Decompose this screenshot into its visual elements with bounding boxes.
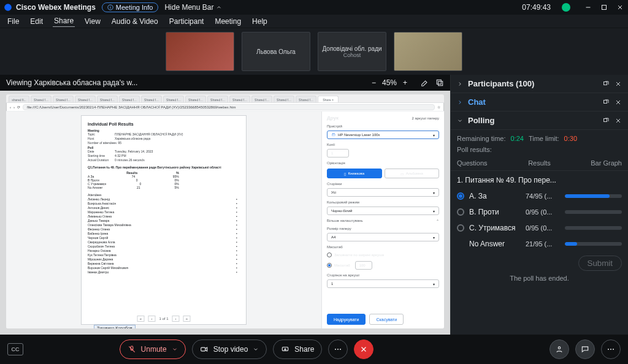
browser-tab-active[interactable]: Share × xyxy=(318,96,339,103)
annotate-icon[interactable] xyxy=(421,78,429,87)
tab-questions[interactable]: Questions xyxy=(451,156,510,170)
poll-option[interactable]: A. За74/95 (... xyxy=(457,188,622,204)
menu-edit[interactable]: Edit xyxy=(29,16,44,27)
limit-value: 0:30 xyxy=(564,135,577,142)
video-tile[interactable]: Львова Ольга xyxy=(242,32,310,71)
close-icon[interactable] xyxy=(615,99,622,106)
stop-video-button[interactable]: Stop video xyxy=(192,339,267,359)
scale-custom-option[interactable]: Масштаб 100 xyxy=(327,261,439,270)
chat-button[interactable] xyxy=(575,339,595,359)
print-paper-select[interactable]: A4▾ xyxy=(327,233,439,241)
submit-button[interactable]: Submit xyxy=(578,256,622,271)
maximize-button[interactable] xyxy=(600,3,608,12)
menu-file[interactable]: File xyxy=(6,16,20,27)
print-device-select[interactable]: HP Neverstop Laser 100x ▾ xyxy=(327,131,439,139)
participants-button[interactable] xyxy=(550,339,569,359)
menu-meeting[interactable]: Meeting xyxy=(213,16,242,27)
print-device-label: Пристрій xyxy=(327,124,439,128)
video-tile[interactable]: Доповідачі обл. ради Cohost xyxy=(318,32,386,71)
scale-value-input[interactable]: 100 xyxy=(355,261,372,270)
scale-fit-option[interactable]: Заповнити по ширині аркуша xyxy=(327,252,439,257)
tab-results[interactable]: Results xyxy=(510,156,569,170)
captions-button[interactable]: CC xyxy=(7,343,23,355)
participants-panel-header[interactable]: Participants (100) xyxy=(451,75,628,93)
print-copies-input[interactable]: 1 xyxy=(327,149,349,157)
meeting-info-button[interactable]: Meeting Info xyxy=(102,2,159,12)
chevron-down-icon: ▾ xyxy=(433,133,435,137)
poll-option-count: 21/95 (... xyxy=(526,240,560,248)
video-tile[interactable] xyxy=(394,32,462,71)
star-icon[interactable]: ☆ xyxy=(437,105,440,109)
polling-panel-header[interactable]: Polling xyxy=(451,112,628,130)
nav-reload-icon[interactable]: ⟳ xyxy=(17,105,20,109)
print-confirm-button[interactable]: Надрукувати xyxy=(327,314,366,325)
menu-audio-video[interactable]: Audio & Video xyxy=(110,16,159,27)
browser-tab[interactable]: Shared f… xyxy=(229,96,250,103)
nav-back-icon[interactable]: ‹ xyxy=(10,105,11,109)
close-icon[interactable] xyxy=(615,117,622,124)
poll-option-bar xyxy=(565,242,622,246)
print-more-label[interactable]: Більше налаштувань xyxy=(327,219,363,223)
share-button[interactable]: Share xyxy=(273,339,322,359)
nav-forward-icon[interactable]: › xyxy=(13,105,15,109)
browser-tab[interactable]: Shared f… xyxy=(251,96,272,103)
browser-tab[interactable]: Shared f… xyxy=(296,96,316,103)
svg-point-17 xyxy=(340,349,341,350)
browser-tab[interactable]: Shared f… xyxy=(75,96,96,103)
print-color-select[interactable]: Чорно-білий▾ xyxy=(327,207,439,215)
chat-panel-header[interactable]: Chat xyxy=(451,93,628,112)
tab-bar-graph[interactable]: Bar Graph xyxy=(569,156,628,170)
zoom-out-button[interactable]: − xyxy=(372,78,376,87)
browser-tab[interactable]: Shared f… xyxy=(163,96,184,103)
popout-icon[interactable] xyxy=(602,80,610,88)
poll-option[interactable]: No Answer21/95 (... xyxy=(457,236,622,252)
menu-share[interactable]: Share xyxy=(53,15,75,27)
close-icon[interactable] xyxy=(615,80,622,88)
url-bar[interactable]: file:///C:/Users/User/Documents/20230214… xyxy=(23,104,435,110)
poll-option[interactable]: B. Проти0/95 (0... xyxy=(457,204,622,220)
browser-tab[interactable]: Shared f… xyxy=(31,96,52,103)
hide-menubar-button[interactable]: Hide Menu Bar xyxy=(164,3,222,12)
browser-tab[interactable]: Shared f… xyxy=(53,96,74,103)
video-tile[interactable] xyxy=(166,32,234,71)
pager-first[interactable]: « xyxy=(137,316,144,322)
panel-options-button[interactable] xyxy=(601,339,621,359)
orientation-landscape[interactable]: ▭ Альбомна xyxy=(385,169,440,178)
svg-rect-2 xyxy=(110,7,110,9)
orientation-portrait[interactable]: ▯ Книжкова xyxy=(327,169,382,178)
browser-tab[interactable]: Shared f… xyxy=(141,96,162,103)
menu-participant[interactable]: Participant xyxy=(168,16,205,27)
poll-option[interactable]: C. Утримався0/95 (0... xyxy=(457,220,622,236)
print-pps-select[interactable]: 1▾ xyxy=(327,279,439,288)
pager-prev[interactable]: ‹ xyxy=(148,316,155,322)
unmute-button[interactable]: Unmute xyxy=(120,339,186,359)
popout-icon[interactable] xyxy=(602,117,610,124)
close-window-button[interactable] xyxy=(616,3,624,12)
menu-help[interactable]: Help xyxy=(251,16,269,27)
menu-view[interactable]: View xyxy=(83,16,102,27)
pager-last[interactable]: » xyxy=(183,316,191,322)
pager-next[interactable]: › xyxy=(172,316,180,322)
popout-icon[interactable] xyxy=(602,99,610,106)
webex-logo-icon xyxy=(4,3,12,12)
hide-menubar-label: Hide Menu Bar xyxy=(164,3,213,12)
connection-indicator[interactable] xyxy=(562,3,570,12)
more-options-button[interactable] xyxy=(328,339,348,359)
viewer-title: Viewing Харківська обласна рада's w... xyxy=(6,78,137,87)
browser-tab[interactable]: Shared f… xyxy=(119,96,140,103)
leave-meeting-button[interactable] xyxy=(354,339,373,359)
browser-tab[interactable]: shared fi... xyxy=(9,96,29,103)
minimize-button[interactable] xyxy=(584,3,592,12)
print-pages-select[interactable]: Усі▾ xyxy=(327,188,439,197)
zoom-in-button[interactable]: + xyxy=(403,78,407,87)
ellipsis-icon xyxy=(333,344,343,354)
shared-browser-window: shared fi... Shared f… Shared f… Shared … xyxy=(6,94,444,328)
print-cancel-button[interactable]: Скасувати xyxy=(369,314,404,325)
browser-tab[interactable]: Shared f… xyxy=(207,96,228,103)
browser-tab[interactable]: Shared f… xyxy=(185,96,206,103)
browser-tab[interactable]: Shared f… xyxy=(274,96,294,103)
popout-icon[interactable] xyxy=(435,78,444,87)
print-copies-label: Копії xyxy=(327,143,439,146)
svg-rect-6 xyxy=(437,80,441,84)
browser-tab[interactable]: Shared f… xyxy=(97,96,118,103)
